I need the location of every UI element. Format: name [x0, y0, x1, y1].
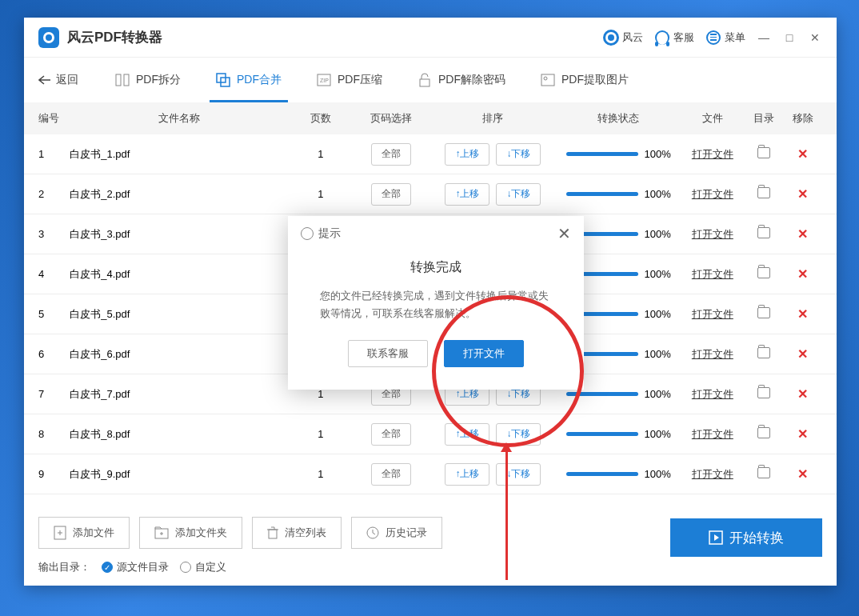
folder-icon[interactable]: [757, 427, 770, 438]
modal-title: 转换完成: [320, 259, 552, 276]
move-up-button[interactable]: ↑上移: [445, 463, 489, 486]
tab-pdf-compress[interactable]: ZIP PDF压缩: [302, 58, 397, 102]
contact-support-button[interactable]: 联系客服: [348, 340, 428, 367]
remove-button[interactable]: ✕: [797, 147, 808, 161]
move-up-button[interactable]: ↑上移: [445, 143, 489, 166]
back-button[interactable]: 返回: [38, 73, 78, 87]
menu-button[interactable]: 菜单: [705, 30, 745, 46]
radio-custom-dir[interactable]: 自定义: [180, 560, 226, 574]
output-label: 输出目录：: [38, 560, 90, 574]
clock-icon: [366, 526, 379, 539]
history-button[interactable]: 历史记录: [351, 517, 442, 549]
brand-link[interactable]: 风云: [603, 30, 643, 46]
row-filename: 白皮书_1.pdf: [70, 147, 289, 162]
close-button[interactable]: ✕: [808, 30, 822, 45]
tab-pdf-split[interactable]: PDF拆分: [101, 58, 195, 102]
play-icon: [709, 530, 723, 545]
radio-source-dir[interactable]: 源文件目录: [102, 560, 169, 574]
row-num: 4: [38, 268, 70, 280]
svg-rect-11: [269, 530, 277, 538]
tab-pdf-unlock[interactable]: PDF解除密码: [403, 58, 520, 102]
remove-button[interactable]: ✕: [797, 187, 808, 201]
folder-icon[interactable]: [757, 307, 770, 318]
remove-button[interactable]: ✕: [797, 307, 808, 321]
move-up-button[interactable]: ↑上移: [445, 423, 489, 446]
app-title: 风云PDF转换器: [67, 28, 603, 46]
start-convert-button[interactable]: 开始转换: [670, 518, 822, 557]
folder-icon[interactable]: [757, 187, 770, 198]
table-row: 9白皮书_9.pdf1全部↑上移↓下移100%打开文件✕: [24, 454, 837, 494]
progress-bar: [566, 152, 638, 156]
progress-percent: 100%: [645, 348, 671, 360]
folder-icon[interactable]: [757, 387, 770, 398]
radio-checked-icon: [102, 562, 113, 573]
open-file-link[interactable]: 打开文件: [692, 348, 733, 360]
remove-button[interactable]: ✕: [797, 347, 808, 361]
open-file-link[interactable]: 打开文件: [692, 428, 733, 440]
col-file: 文件: [681, 111, 744, 126]
file-plus-icon: [54, 526, 66, 540]
col-del: 移除: [783, 111, 822, 126]
folder-plus-icon: [154, 526, 169, 539]
open-file-link[interactable]: 打开文件: [692, 188, 733, 200]
open-file-link[interactable]: 打开文件: [692, 268, 733, 280]
clear-list-button[interactable]: 清空列表: [252, 517, 342, 549]
table-row: 8白皮书_8.pdf1全部↑上移↓下移100%打开文件✕: [24, 414, 837, 454]
row-filename: 白皮书_5.pdf: [70, 307, 289, 322]
open-file-link[interactable]: 打开文件: [692, 148, 733, 160]
folder-icon[interactable]: [757, 347, 770, 358]
svg-rect-1: [124, 74, 129, 86]
page-select-button[interactable]: 全部: [371, 183, 411, 206]
row-filename: 白皮书_7.pdf: [70, 387, 289, 402]
svg-rect-0: [116, 74, 121, 86]
page-select-button[interactable]: 全部: [371, 143, 411, 166]
move-down-button[interactable]: ↓下移: [496, 183, 541, 206]
support-button[interactable]: 客服: [654, 30, 694, 46]
tab-pdf-merge[interactable]: PDF合并: [202, 58, 296, 102]
row-filename: 白皮书_4.pdf: [70, 267, 289, 282]
modal-text: 您的文件已经转换完成，遇到文件转换后异常或失败等情况，可联系在线客服解决。: [320, 287, 552, 322]
page-select-button[interactable]: 全部: [371, 423, 411, 446]
folder-icon[interactable]: [757, 147, 770, 158]
bulb-icon: [301, 227, 314, 240]
move-up-button[interactable]: ↑上移: [445, 183, 489, 206]
row-pages: 1: [290, 148, 352, 160]
remove-button[interactable]: ✕: [797, 467, 808, 481]
minimize-button[interactable]: —: [757, 30, 771, 45]
row-num: 9: [38, 468, 70, 480]
open-file-link[interactable]: 打开文件: [692, 388, 733, 400]
progress-bar: [566, 192, 638, 196]
remove-button[interactable]: ✕: [797, 227, 808, 241]
svg-rect-6: [420, 79, 430, 86]
page-select-button[interactable]: 全部: [371, 463, 411, 486]
image-icon: [541, 73, 555, 87]
modal-close-button[interactable]: ✕: [557, 224, 571, 243]
row-num: 8: [38, 428, 70, 440]
add-folder-button[interactable]: 添加文件夹: [139, 517, 242, 549]
remove-button[interactable]: ✕: [797, 427, 808, 441]
row-pages: 1: [290, 388, 352, 400]
row-num: 5: [38, 308, 70, 320]
open-file-link[interactable]: 打开文件: [692, 468, 733, 480]
app-logo-icon: [38, 27, 59, 48]
tab-pdf-extract-images[interactable]: PDF提取图片: [526, 58, 643, 102]
row-pages: 1: [290, 428, 352, 440]
folder-icon[interactable]: [757, 227, 770, 238]
remove-button[interactable]: ✕: [797, 387, 808, 401]
move-down-button[interactable]: ↓下移: [496, 423, 541, 446]
folder-icon[interactable]: [757, 267, 770, 278]
row-num: 7: [38, 388, 70, 400]
folder-icon[interactable]: [757, 467, 770, 478]
open-file-button[interactable]: 打开文件: [444, 340, 524, 367]
maximize-button[interactable]: □: [782, 30, 797, 45]
move-down-button[interactable]: ↓下移: [496, 463, 541, 486]
row-num: 3: [38, 228, 70, 240]
progress-percent: 100%: [645, 308, 671, 320]
table-row: 2白皮书_2.pdf1全部↑上移↓下移100%打开文件✕: [24, 174, 837, 214]
remove-button[interactable]: ✕: [797, 267, 808, 281]
open-file-link[interactable]: 打开文件: [692, 228, 733, 240]
add-file-button[interactable]: 添加文件: [38, 517, 130, 549]
move-down-button[interactable]: ↓下移: [496, 143, 541, 166]
progress-percent: 100%: [645, 268, 671, 280]
open-file-link[interactable]: 打开文件: [692, 308, 733, 320]
